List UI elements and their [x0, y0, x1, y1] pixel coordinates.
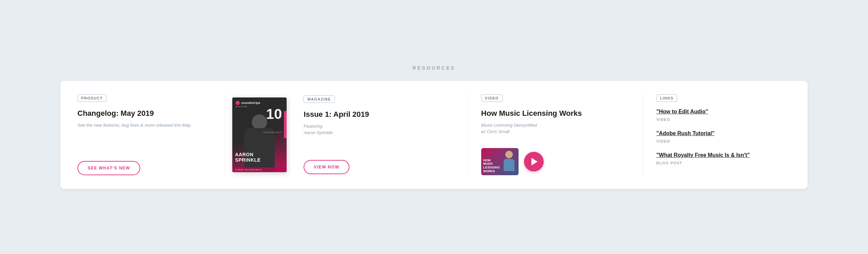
mag-issue-number: 10: [266, 107, 282, 121]
video-title: How Music Licensing Works: [481, 109, 582, 119]
link-item-2: "Adobe Rush Tutorial" VIDEO: [656, 130, 715, 144]
link-item-1: "How to Edit Audio" VIDEO: [656, 109, 708, 122]
links-section: LINKS "How to Edit Audio" VIDEO "Adobe R…: [643, 94, 791, 175]
magazine-wrapper: soundstripe MAGAZINE: [225, 94, 467, 175]
product-section: PRODUCT Changelog: May 2019 See the new …: [77, 94, 225, 175]
link-title-3[interactable]: "What Royalty Free Music Is & Isn't": [656, 152, 750, 158]
video-subtitle: Music Licensing Demystified w/ Chris Sma…: [481, 122, 537, 135]
view-now-button[interactable]: VIEW NOW: [304, 160, 349, 174]
play-button[interactable]: [524, 152, 544, 171]
product-title: Changelog: May 2019: [77, 109, 154, 119]
video-thumbnail-wrapper: HOW MUSIC LICENSING WORKS: [481, 148, 544, 175]
mag-bottom-bar: 24 NEWLY RELEASED MUSIC: [232, 167, 287, 172]
product-badge: PRODUCT: [77, 94, 107, 102]
video-section: VIDEO How Music Licensing Works Music Li…: [468, 94, 643, 175]
magazine-title: Issue 1: April 2019: [304, 110, 369, 120]
play-icon: [531, 158, 538, 165]
links-badge: LINKS: [656, 94, 677, 102]
link-item-3: "What Royalty Free Music Is & Isn't" BLO…: [656, 152, 750, 166]
link-title-1[interactable]: "How to Edit Audio": [656, 109, 708, 115]
magazine-info: MAGAZINE Issue 1: April 2019 Featuring A…: [293, 95, 467, 174]
link-title-2[interactable]: "Adobe Rush Tutorial": [656, 130, 715, 137]
link-type-1: VIDEO: [656, 117, 670, 122]
page-title: RESOURCES: [413, 65, 455, 71]
resources-card: PRODUCT Changelog: May 2019 See the new …: [60, 81, 808, 189]
link-type-3: BLOG POST: [656, 161, 683, 165]
video-thumb-text: HOW MUSIC LICENSING WORKS: [483, 159, 500, 173]
see-whats-new-button[interactable]: SEE WHAT'S NEW: [77, 161, 140, 175]
video-thumbnail: HOW MUSIC LICENSING WORKS: [481, 148, 519, 175]
product-subtitle: See the new features, bug fixes & more r…: [77, 122, 192, 129]
magazine-cover: soundstripe MAGAZINE: [232, 97, 287, 172]
magazine-subtitle: Featuring Aaron Sprinkle: [304, 123, 332, 136]
link-type-2: VIDEO: [656, 139, 670, 143]
magazine-badge: MAGAZINE: [304, 95, 334, 103]
video-badge: VIDEO: [481, 94, 503, 102]
video-thumbnail-person: [502, 151, 516, 171]
